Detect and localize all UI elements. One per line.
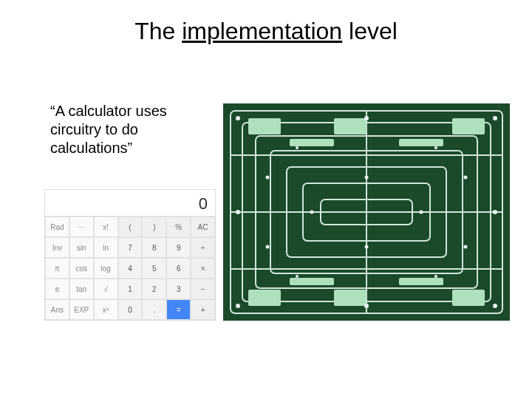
calc-key-9: 9 bbox=[166, 237, 191, 258]
svg-point-36 bbox=[365, 176, 369, 180]
svg-point-38 bbox=[296, 146, 299, 149]
svg-rect-17 bbox=[452, 290, 485, 306]
calc-key-0: 0 bbox=[118, 299, 143, 320]
svg-point-26 bbox=[236, 210, 240, 214]
svg-point-40 bbox=[296, 275, 299, 278]
calc-key-cos: cos bbox=[69, 258, 94, 279]
svg-point-30 bbox=[266, 176, 270, 180]
calc-key-AC: AC bbox=[191, 216, 215, 237]
calc-key-×: × bbox=[191, 258, 215, 279]
svg-rect-16 bbox=[334, 290, 366, 306]
calc-key-e: e bbox=[45, 279, 69, 299]
circuit-board-image bbox=[223, 103, 510, 321]
calc-key-Inv: Inv bbox=[45, 237, 69, 258]
svg-point-28 bbox=[364, 116, 369, 120]
svg-point-41 bbox=[434, 275, 437, 278]
calc-key-7: 7 bbox=[118, 237, 143, 258]
calc-key-−: − bbox=[191, 279, 215, 299]
calc-key-3: 3 bbox=[166, 279, 191, 299]
quote-text: “A calculator uses circuitry to do calcu… bbox=[50, 102, 213, 157]
svg-point-25 bbox=[493, 304, 497, 308]
svg-point-35 bbox=[420, 211, 423, 214]
calc-key-⋯: ⋯ bbox=[69, 216, 94, 237]
svg-rect-15 bbox=[248, 290, 281, 306]
calc-key-8: 8 bbox=[142, 237, 166, 258]
calculator-display: 0 bbox=[45, 190, 215, 216]
svg-point-24 bbox=[236, 304, 240, 308]
calc-key-5: 5 bbox=[142, 258, 166, 279]
svg-rect-19 bbox=[399, 139, 443, 146]
calc-key-2: 2 bbox=[142, 279, 166, 299]
svg-point-31 bbox=[464, 176, 468, 180]
svg-point-39 bbox=[434, 146, 437, 149]
calc-key-÷: ÷ bbox=[191, 237, 215, 258]
calc-key-tan: tan bbox=[69, 279, 94, 299]
calc-key-): ) bbox=[142, 216, 166, 237]
calculator-image: 0 Rad⋯x!()%ACInvsinln789÷πcoslog456×etan… bbox=[44, 189, 216, 321]
slide-title: The implementation level bbox=[0, 18, 532, 45]
calc-key-EXP: EXP bbox=[69, 299, 94, 320]
svg-rect-18 bbox=[290, 139, 334, 146]
calc-key-+: + bbox=[191, 299, 215, 320]
svg-point-23 bbox=[493, 116, 497, 120]
calc-key-π: π bbox=[45, 258, 69, 279]
svg-point-34 bbox=[310, 211, 314, 214]
svg-point-33 bbox=[464, 245, 468, 249]
calc-key-xʸ: xʸ bbox=[94, 299, 118, 320]
svg-point-27 bbox=[493, 210, 497, 214]
svg-point-37 bbox=[365, 245, 369, 249]
calc-key-x!: x! bbox=[94, 216, 118, 237]
svg-rect-20 bbox=[290, 278, 334, 285]
calc-key-%: % bbox=[166, 216, 191, 237]
title-underlined: implementation bbox=[182, 18, 342, 44]
svg-rect-13 bbox=[334, 118, 366, 134]
calc-key-sin: sin bbox=[69, 237, 94, 258]
calc-key-1: 1 bbox=[118, 279, 143, 299]
calc-key-(: ( bbox=[118, 216, 143, 237]
calc-key-log: log bbox=[94, 258, 118, 279]
title-post: level bbox=[342, 18, 398, 44]
calc-key-4: 4 bbox=[118, 258, 143, 279]
title-pre: The bbox=[134, 18, 182, 44]
svg-rect-21 bbox=[399, 278, 443, 285]
calculator-keypad: Rad⋯x!()%ACInvsinln789÷πcoslog456×etan√1… bbox=[45, 216, 215, 320]
calc-key-.: . bbox=[142, 299, 166, 320]
svg-point-22 bbox=[236, 116, 240, 120]
calc-key-Rad: Rad bbox=[45, 216, 69, 237]
calc-key-6: 6 bbox=[166, 258, 191, 279]
svg-rect-12 bbox=[248, 118, 281, 134]
calc-key-=: = bbox=[166, 299, 191, 320]
calc-key-√: √ bbox=[94, 279, 118, 299]
svg-rect-14 bbox=[452, 118, 485, 134]
svg-point-29 bbox=[364, 304, 369, 308]
calc-key-Ans: Ans bbox=[45, 299, 69, 320]
svg-point-32 bbox=[266, 245, 270, 249]
calc-key-ln: ln bbox=[94, 237, 118, 258]
